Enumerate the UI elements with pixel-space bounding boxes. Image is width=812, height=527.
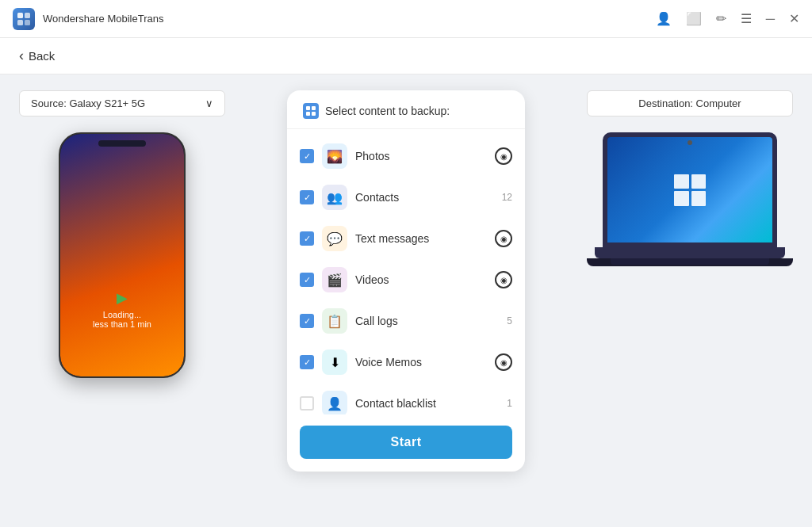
photos-icon: 🌄 (322, 143, 347, 169)
voicememos-label: Voice Memos (355, 356, 487, 369)
voicememos-checkbox[interactable]: ✓ (300, 355, 314, 369)
texts-badge: ◉ (495, 230, 512, 247)
phone-notch (98, 140, 146, 147)
calllogs-checkbox[interactable]: ✓ (300, 314, 314, 328)
list-item[interactable]: ✓ 🌄 Photos ◉ (287, 136, 525, 177)
laptop-illustration (603, 132, 777, 266)
contacts-icon: 👥 (322, 185, 347, 210)
windows-logo (674, 174, 706, 206)
phone-screen (60, 134, 184, 376)
destination-label: Destination: Computer (587, 90, 793, 116)
win-tile-1 (674, 174, 689, 189)
close-icon[interactable]: ✕ (789, 11, 799, 26)
win-tile-2 (691, 174, 707, 189)
contacts-checkbox[interactable]: ✓ (300, 190, 314, 204)
videos-label: Videos (355, 273, 487, 286)
app-logo (13, 8, 35, 30)
svg-rect-2 (17, 20, 23, 25)
win-tile-3 (674, 191, 689, 206)
blacklist-label: Contact blacklist (355, 397, 499, 410)
svg-rect-0 (17, 13, 23, 18)
source-dropdown[interactable]: Source: Galaxy S21+ 5G ∨ (19, 90, 225, 116)
list-item[interactable]: ✓ ⬇ Voice Memos ◉ (287, 342, 525, 383)
play-icon: ▶ (93, 289, 151, 307)
svg-rect-3 (25, 20, 30, 25)
back-button[interactable]: ‹ Back (19, 48, 793, 64)
svg-rect-6 (306, 112, 310, 116)
card-header-icon (303, 103, 319, 119)
list-item[interactable]: ✓ 📋 Call logs 5 (287, 300, 525, 342)
svg-rect-1 (25, 13, 30, 18)
calllogs-icon: 📋 (322, 308, 347, 334)
laptop-base (595, 247, 785, 258)
svg-rect-7 (312, 112, 316, 116)
minimize-icon[interactable]: ─ (766, 12, 775, 26)
videos-checkbox[interactable]: ✓ (300, 273, 314, 287)
card-header-text: Select content to backup: (325, 105, 450, 117)
win-tile-4 (691, 191, 707, 206)
content-card: Select content to backup: ✓ 🌄 Photos ◉ ✓… (287, 90, 525, 472)
dropdown-icon: ∨ (205, 97, 213, 109)
laptop-screen (603, 132, 777, 247)
title-bar-controls: 👤 ⬜ ✏ ☰ ─ ✕ (656, 11, 799, 26)
window-icon[interactable]: ⬜ (686, 11, 702, 26)
texts-icon: 💬 (322, 226, 347, 251)
user-icon[interactable]: 👤 (656, 11, 672, 26)
loading-text: Loading... (93, 310, 151, 319)
left-panel: Source: Galaxy S21+ 5G ∨ ▶ Loading... le… (19, 90, 225, 378)
svg-rect-5 (312, 106, 316, 110)
contacts-badge: 12 (502, 192, 512, 203)
texts-label: Text messages (355, 232, 487, 245)
phone-illustration: ▶ Loading... less than 1 min (59, 132, 186, 378)
laptop-camera (688, 140, 692, 145)
voicememos-badge: ◉ (495, 353, 512, 371)
right-panel: Destination: Computer (587, 90, 793, 266)
laptop-screen-content (607, 137, 772, 242)
blacklist-checkbox[interactable] (300, 396, 314, 411)
photos-badge: ◉ (495, 147, 512, 165)
source-label: Source: Galaxy S21+ 5G (31, 97, 145, 109)
start-btn-area: Start (287, 414, 525, 472)
loading-subtext: less than 1 min (93, 319, 151, 329)
list-item[interactable]: ✓ 👥 Contacts 12 (287, 177, 525, 218)
center-panel: Select content to backup: ✓ 🌄 Photos ◉ ✓… (225, 90, 587, 472)
back-area: ‹ Back (0, 38, 812, 74)
title-bar-left: Wondershare MobileTrans (13, 8, 163, 30)
texts-checkbox[interactable]: ✓ (300, 231, 314, 246)
contacts-label: Contacts (355, 191, 494, 204)
main-content: Source: Galaxy S21+ 5G ∨ ▶ Loading... le… (0, 74, 812, 527)
menu-icon[interactable]: ☰ (741, 11, 752, 26)
card-header: Select content to backup: (287, 90, 525, 129)
blacklist-icon: 👤 (322, 391, 347, 414)
title-bar: Wondershare MobileTrans 👤 ⬜ ✏ ☰ ─ ✕ (0, 0, 812, 38)
calllogs-label: Call logs (355, 315, 499, 327)
list-item[interactable]: ✓ 🎬 Videos ◉ (287, 259, 525, 300)
videos-icon: 🎬 (322, 267, 347, 292)
back-chevron: ‹ (19, 48, 24, 64)
videos-badge: ◉ (495, 271, 512, 288)
phone-loading: ▶ Loading... less than 1 min (93, 289, 151, 329)
list-item[interactable]: ✓ 💬 Text messages ◉ (287, 218, 525, 259)
list-item[interactable]: 👤 Contact blacklist 1 (287, 383, 525, 414)
blacklist-badge: 1 (507, 398, 512, 409)
phone-side-button (184, 197, 186, 229)
edit-icon[interactable]: ✏ (716, 11, 726, 26)
photos-label: Photos (355, 150, 487, 162)
calllogs-badge: 5 (507, 315, 512, 327)
back-label: Back (29, 49, 55, 63)
voicememos-icon: ⬇ (322, 349, 347, 375)
start-button[interactable]: Start (300, 426, 512, 459)
content-list: ✓ 🌄 Photos ◉ ✓ 👥 Contacts 12 ✓ 💬 Text me… (287, 129, 525, 414)
app-title: Wondershare MobileTrans (43, 13, 163, 25)
svg-rect-4 (306, 106, 310, 110)
photos-checkbox[interactable]: ✓ (300, 149, 314, 163)
